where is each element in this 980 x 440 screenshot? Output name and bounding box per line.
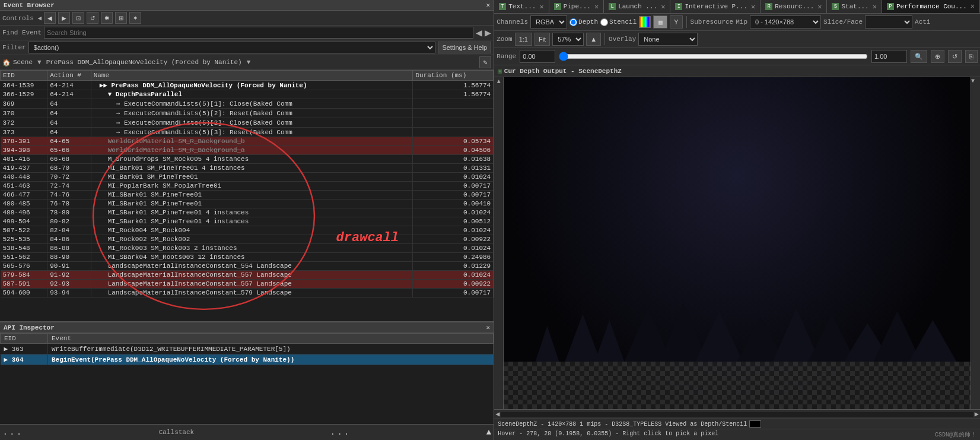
tex-hscroll[interactable]: ◀ ▶ bbox=[494, 409, 980, 419]
ctrl-btn-back[interactable]: ◀ bbox=[44, 12, 56, 24]
range-target-btn[interactable]: ⊕ bbox=[931, 50, 944, 63]
stencil-radio-label[interactable]: Stencil bbox=[600, 18, 637, 26]
range-left-input[interactable] bbox=[520, 50, 555, 63]
depth-radio-label[interactable]: Depth bbox=[569, 18, 598, 26]
tex-scroll-up-arrow[interactable]: ▲ bbox=[497, 78, 501, 85]
channels-select[interactable]: RGBA bbox=[530, 15, 567, 29]
hscroll-left-arrow[interactable]: ◀ bbox=[495, 410, 499, 419]
range-search-btn[interactable]: 🔍 bbox=[911, 50, 927, 63]
mip-select[interactable]: 0 - 1420×788 bbox=[750, 15, 821, 29]
hscroll-right-arrow[interactable]: ▶ bbox=[975, 410, 979, 419]
event-table-row[interactable]: 378-391 64-65 WorldGridMaterial SM_R_Bac… bbox=[1, 137, 494, 146]
event-table-row[interactable]: 401-416 66-68 M_GroundProps SM_Rock005 4… bbox=[1, 155, 494, 164]
range-refresh-btn[interactable]: ↺ bbox=[948, 50, 962, 63]
event-table-row[interactable]: 372 64 ⇒ ExecuteCommandLists(5)[2]: Clos… bbox=[1, 118, 494, 128]
event-table-row[interactable]: 466-477 74-76 MI_SBark01 SM_PineTree01 0… bbox=[1, 191, 494, 200]
color-checker-btn[interactable]: ▦ bbox=[653, 15, 667, 29]
tab-interactive-p---[interactable]: I Interactive P... ✕ bbox=[670, 0, 761, 13]
scene-dropdown-btn[interactable]: Scene bbox=[13, 59, 33, 66]
settings-help-btn[interactable]: Settings & Help bbox=[438, 42, 491, 53]
find-next-btn[interactable]: ▶ bbox=[485, 28, 491, 37]
ctrl-btn-star[interactable]: ✱ bbox=[101, 12, 113, 24]
hscroll-track[interactable] bbox=[501, 412, 973, 417]
find-prev-btn[interactable]: ◀ bbox=[476, 28, 482, 37]
event-table-row[interactable]: 565-576 90-91 LandscapeMaterialInstanceC… bbox=[1, 262, 494, 271]
col-name[interactable]: Name bbox=[91, 71, 413, 81]
tex-scroll-right[interactable]: ▼ bbox=[971, 77, 980, 409]
scene-action-btn[interactable]: ✎ bbox=[479, 56, 491, 68]
event-table-row[interactable]: 587-591 92-93 LandscapeMaterialInstanceC… bbox=[1, 280, 494, 289]
ctrl-btn-refresh[interactable]: ↺ bbox=[87, 12, 98, 24]
event-action-cell: 72-74 bbox=[47, 182, 91, 191]
range-right-input[interactable] bbox=[871, 50, 907, 63]
color-ramp-swatch[interactable] bbox=[639, 16, 651, 28]
range-slider[interactable] bbox=[559, 54, 868, 59]
col-eid[interactable]: EID bbox=[1, 71, 47, 81]
event-table-row[interactable]: 370 64 ⇒ ExecuteCommandLists(5)[2]: Rese… bbox=[1, 109, 494, 118]
event-table-row[interactable]: 419-437 68-70 MI_Bark01 SM_PineTree01 4 … bbox=[1, 164, 494, 173]
event-table-row[interactable]: 551-562 88-90 MI_SBark04 SM_Roots003 12 … bbox=[1, 253, 494, 262]
event-table-row[interactable]: 579-584 91-92 LandscapeMaterialInstanceC… bbox=[1, 271, 494, 280]
ctrl-btn-grid2[interactable]: ⊞ bbox=[115, 12, 127, 24]
ctrl-btn-grid[interactable]: ⊡ bbox=[72, 12, 84, 24]
event-table-row[interactable]: 373 64 ⇒ ExecuteCommandLists(5)[3]: Rese… bbox=[1, 128, 494, 137]
tab-stat---[interactable]: S Stat... ✕ bbox=[827, 0, 882, 13]
tab-pipe---[interactable]: P Pipe... ✕ bbox=[549, 0, 604, 13]
tab-resourc---[interactable]: R Resourc... ✕ bbox=[761, 0, 827, 13]
tab-text---[interactable]: T Text... ✕ bbox=[494, 0, 549, 13]
tab-performance-cou---[interactable]: P Performance Cou... ✕ bbox=[882, 0, 980, 13]
tex-scroll-left[interactable]: ▲ bbox=[494, 77, 504, 409]
event-table-row[interactable]: 538-548 86-88 MI_Rock003 SM_Rock003 2 in… bbox=[1, 244, 494, 253]
tex-scroll-down-arrow[interactable]: ▼ bbox=[971, 78, 975, 84]
event-table-row[interactable]: 364-1539 64-214 ▶▶ PrePass DDM_AllOpaque… bbox=[1, 81, 494, 90]
zoom-up-btn[interactable]: ▲ bbox=[586, 33, 601, 46]
event-browser-close-btn[interactable]: ✕ bbox=[486, 1, 491, 9]
col-duration[interactable]: Duration (ms) bbox=[413, 71, 494, 81]
stencil-radio[interactable] bbox=[600, 18, 608, 26]
tab-close-3[interactable]: ✕ bbox=[751, 2, 755, 11]
depth-radio[interactable] bbox=[569, 18, 577, 26]
tab-close-0[interactable]: ✕ bbox=[539, 2, 543, 11]
fit-btn[interactable]: Fit bbox=[534, 33, 550, 46]
event-table-row[interactable]: 440-448 70-72 MI_Bark01 SM_PineTree01 0.… bbox=[1, 173, 494, 182]
event-table-row[interactable]: 480-485 76-78 MI_SBark01 SM_PineTree01 0… bbox=[1, 200, 494, 208]
event-table-row[interactable]: 451-463 72-74 MI_PoplarBark SM_PoplarTre… bbox=[1, 182, 494, 191]
tab-launch----[interactable]: L Launch ... ✕ bbox=[604, 0, 670, 13]
api-table-row[interactable]: ▶ 364 BeginEvent(PrePass DDM_AllOpaqueNo… bbox=[1, 354, 494, 365]
event-table-row[interactable]: 366-1529 64-214 ▼ DepthPassParallel 1.56… bbox=[1, 90, 494, 99]
event-table-row[interactable]: 499-504 80-82 MI_SBark01 SM_PineTree01 4… bbox=[1, 217, 494, 226]
range-copy-btn[interactable]: ⎘ bbox=[965, 50, 978, 63]
event-table-row[interactable]: 507-522 82-84 MI_Rock004 SM_Rock004 0.01… bbox=[1, 226, 494, 235]
api-col-eid[interactable]: EID bbox=[1, 334, 48, 344]
event-table-container[interactable]: EID Action # Name Duration (ms) 364-1539… bbox=[0, 70, 494, 321]
y-btn[interactable]: Y bbox=[670, 15, 682, 29]
tab-close-6[interactable]: ✕ bbox=[971, 2, 975, 11]
event-table-row[interactable]: 594-600 93-94 LandscapeMaterialInstanceC… bbox=[1, 289, 494, 297]
col-action[interactable]: Action # bbox=[47, 71, 91, 81]
bottom-left-ellipsis[interactable]: ... bbox=[2, 427, 23, 438]
zoom-percent-select[interactable]: 57% bbox=[552, 33, 584, 46]
event-table-row[interactable]: 369 64 ⇒ ExecuteCommandLists(5)[1]: Clos… bbox=[1, 99, 494, 109]
event-table-row[interactable]: 488-496 78-80 MI_SBark01 SM_PineTree01 4… bbox=[1, 208, 494, 217]
overlay-select[interactable]: None bbox=[638, 33, 698, 46]
event-table-row[interactable]: 525-535 84-86 MI_Rock002 SM_Rock002 0.00… bbox=[1, 235, 494, 244]
bottom-arrow-btn[interactable]: ▲ bbox=[486, 428, 491, 437]
tab-close-4[interactable]: ✕ bbox=[817, 2, 822, 11]
find-input[interactable] bbox=[44, 27, 473, 39]
tab-close-2[interactable]: ✕ bbox=[661, 2, 665, 11]
bottom-right-ellipsis[interactable]: ... bbox=[330, 427, 351, 438]
slice-face-select[interactable] bbox=[865, 15, 912, 29]
ctrl-btn-asterisk[interactable]: ✶ bbox=[129, 12, 141, 24]
event-table-row[interactable]: 394-398 65-66 WorldGridMaterial SM_R_Bac… bbox=[1, 146, 494, 155]
api-table-row[interactable]: ▶ 363 WriteBufferImmediate(D3D12_WRITEBU… bbox=[1, 344, 494, 354]
texture-canvas[interactable] bbox=[504, 77, 971, 409]
filter-select[interactable]: $action() bbox=[28, 42, 436, 53]
api-inspector-close-btn[interactable]: ✕ bbox=[486, 324, 491, 331]
tab-close-5[interactable]: ✕ bbox=[873, 2, 877, 11]
api-table-container[interactable]: EID Event ▶ 363 WriteBufferImmediate(D3D… bbox=[0, 333, 494, 424]
tab-close-1[interactable]: ✕ bbox=[594, 2, 599, 11]
api-col-event[interactable]: Event bbox=[48, 334, 494, 344]
prepass-dropdown-btn[interactable]: ▼ bbox=[247, 59, 251, 66]
zoom-ratio-btn[interactable]: 1:1 bbox=[515, 33, 532, 46]
ctrl-btn-forward[interactable]: ▶ bbox=[58, 12, 70, 24]
